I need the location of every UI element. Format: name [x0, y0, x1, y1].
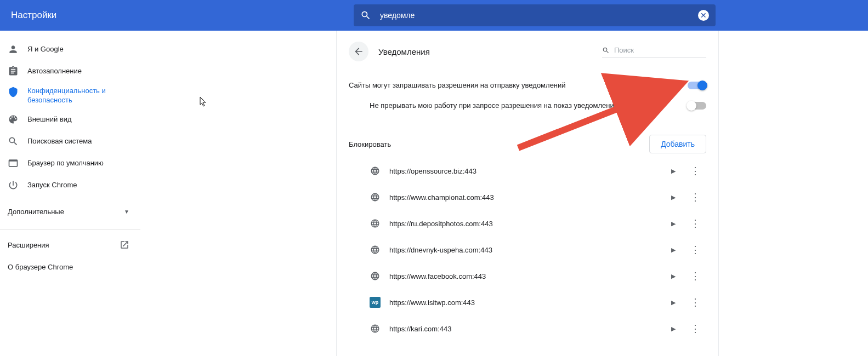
blocked-sites-list: https://openssource.biz:443▶⋮https://www… [349, 158, 706, 342]
globe-icon [370, 218, 381, 229]
sidebar-item-privacy-security[interactable]: Конфиденциальность и безопасность [0, 82, 140, 108]
site-url: https://dnevnyk-uspeha.com:443 [389, 246, 662, 254]
site-url: https://www.facebook.com:443 [389, 272, 662, 280]
more-icon[interactable]: ⋮ [684, 297, 706, 307]
chevron-right-icon[interactable]: ▶ [662, 220, 684, 227]
site-row[interactable]: https://openssource.biz:443▶⋮ [349, 158, 706, 184]
site-row[interactable]: https://www.facebook.com:443▶⋮ [349, 263, 706, 289]
sidebar-about-chrome[interactable]: О браузере Chrome [0, 256, 140, 278]
sidebar-item-appearance[interactable]: Внешний вид [0, 108, 140, 130]
header-search-input[interactable] [380, 11, 698, 20]
toggle-sites-can-ask[interactable] [688, 82, 706, 89]
page-header: Уведомления [349, 42, 706, 61]
section-title: Блокировать [349, 140, 391, 148]
site-row[interactable]: https://kari.com:443▶⋮ [349, 315, 706, 342]
sidebar-item-label: О браузере Chrome [8, 263, 73, 271]
open-in-new-icon [120, 240, 129, 250]
site-row[interactable]: https://www.championat.com:443▶⋮ [349, 184, 706, 210]
sidebar-item-you-and-google[interactable]: Я и Google [0, 38, 140, 60]
site-url: https://www.championat.com:443 [389, 193, 662, 202]
sidebar-item-search-engine[interactable]: Поисковая система [0, 130, 140, 152]
sidebar-item-label: Запуск Chrome [27, 181, 77, 190]
globe-icon [370, 165, 381, 176]
close-icon[interactable]: ✕ [698, 10, 709, 21]
sidebar-item-label: Расширения [8, 241, 49, 249]
person-icon [8, 44, 27, 55]
sidebar-item-label: Конфиденциальность и безопасность [27, 87, 129, 105]
more-icon[interactable]: ⋮ [684, 271, 706, 281]
sidebar-extensions[interactable]: Расширения [0, 234, 140, 256]
search-icon [360, 10, 371, 21]
sidebar-item-label: Внешний вид [27, 115, 72, 124]
setting-quieter-messaging: Не прерывать мою работу при запросе разр… [349, 101, 706, 119]
sidebar-item-on-startup[interactable]: Запуск Chrome [0, 174, 140, 196]
chevron-right-icon[interactable]: ▶ [662, 168, 684, 175]
site-url: https://ru.depositphotos.com:443 [389, 220, 662, 228]
site-url: https://kari.com:443 [389, 325, 662, 333]
more-icon[interactable]: ⋮ [684, 192, 706, 202]
search-icon [8, 136, 27, 147]
sidebar-item-default-browser[interactable]: Браузер по умолчанию [0, 152, 140, 174]
sidebar-advanced[interactable]: Дополнительные ▼ [0, 200, 140, 222]
sidebar-item-label: Дополнительные [8, 208, 64, 216]
chevron-right-icon[interactable]: ▶ [662, 299, 684, 306]
setting-label: Не прерывать мою работу при запросе разр… [370, 101, 688, 110]
sidebar-item-label: Я и Google [27, 45, 64, 54]
page-search-box[interactable] [602, 45, 706, 58]
chevron-right-icon[interactable]: ▶ [662, 273, 684, 280]
chevron-right-icon[interactable]: ▶ [662, 325, 684, 332]
site-url: https://www.isitwp.com:443 [389, 298, 662, 307]
globe-icon [370, 323, 381, 334]
chevron-right-icon[interactable]: ▶ [662, 246, 684, 254]
chevron-right-icon[interactable]: ▶ [662, 194, 684, 201]
sidebar: Я и Google Автозаполнение Конфиденциальн… [0, 31, 140, 356]
back-button[interactable] [349, 42, 368, 61]
sidebar-item-label: Браузер по умолчанию [27, 159, 104, 168]
app-title: Настройки [11, 10, 56, 21]
browser-icon [8, 158, 27, 169]
block-section-header: Блокировать Добавить [349, 119, 706, 158]
toggle-quieter-messaging[interactable] [688, 102, 706, 110]
site-row[interactable]: https://dnevnyk-uspeha.com:443▶⋮ [349, 237, 706, 263]
site-row[interactable]: wphttps://www.isitwp.com:443▶⋮ [349, 289, 706, 315]
site-url: https://openssource.biz:443 [389, 167, 662, 175]
header-search-box[interactable]: ✕ [354, 4, 716, 26]
power-icon [8, 180, 27, 191]
more-icon[interactable]: ⋮ [684, 219, 706, 228]
setting-sites-can-ask: Сайты могут запрашивать разрешения на от… [349, 81, 706, 101]
app-header: Настройки ✕ [0, 0, 868, 31]
sidebar-item-label: Поисковая система [27, 137, 92, 146]
clipboard-icon [8, 66, 27, 77]
content-area: Уведомления Сайты могут запрашивать разр… [140, 31, 868, 356]
globe-icon [370, 192, 381, 203]
more-icon[interactable]: ⋮ [684, 166, 706, 176]
globe-icon [370, 271, 381, 282]
setting-label: Сайты могут запрашивать разрешения на от… [349, 81, 688, 89]
shield-icon [8, 87, 27, 97]
search-icon [602, 45, 610, 55]
wp-icon: wp [370, 297, 381, 308]
palette-icon [8, 114, 27, 125]
sidebar-item-autofill[interactable]: Автозаполнение [0, 60, 140, 82]
more-icon[interactable]: ⋮ [684, 245, 706, 255]
page-search-input[interactable] [614, 46, 706, 54]
page-title: Уведомления [378, 47, 602, 56]
globe-icon [370, 244, 381, 255]
content-card: Уведомления Сайты могут запрашивать разр… [337, 31, 718, 356]
add-button[interactable]: Добавить [649, 135, 706, 153]
arrow-left-icon [353, 46, 364, 57]
more-icon[interactable]: ⋮ [684, 324, 706, 334]
site-row[interactable]: https://ru.depositphotos.com:443▶⋮ [349, 210, 706, 237]
chevron-down-icon: ▼ [124, 209, 129, 215]
sidebar-item-label: Автозаполнение [27, 67, 82, 76]
divider [0, 229, 140, 229]
